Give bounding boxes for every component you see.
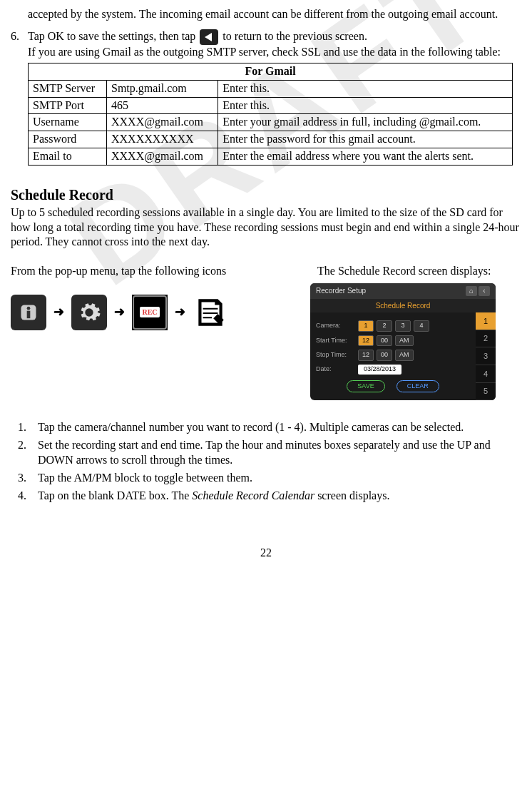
step-number: 4. [18,489,38,504]
step-text: Set the recording start and end time. Ta… [38,438,521,468]
page-number: 22 [11,546,521,561]
date-label: Date: [316,365,355,374]
section-body: Up to 5 scheduled recording sessions ava… [11,205,521,250]
session-slot: 3 [476,347,496,365]
step-text: Tap the camera/channel number you want t… [38,420,521,435]
camera-option: 2 [377,320,392,332]
step6-text-2: If you are using Gmail as the outgoing S… [28,45,521,60]
arrow-icon: ➜ [175,304,185,320]
rec-icon: REC [132,295,168,330]
step6-text-a: Tap OK to save the settings, then tap [28,30,198,42]
camera-option: 1 [358,320,374,332]
svg-point-1 [27,307,31,310]
back-icon [200,29,218,45]
home-icon: ⌂ [466,286,477,296]
start-time-label: Start Time: [316,337,355,345]
edit-note-icon [193,295,228,330]
step-number: 1. [18,420,38,435]
session-slot: 2 [476,330,496,348]
section-heading-schedule-record: Schedule Record [11,185,521,204]
right-caption: The Schedule Record screen displays: [317,264,521,279]
session-slot: 4 [476,365,496,383]
ui-title: Recorder Setup [316,286,366,295]
session-slot: 5 [476,383,496,401]
camera-option: 4 [414,320,429,332]
table-row: PasswordXXXXXXXXXXEnter the password for… [29,131,513,148]
arrow-icon: ➜ [53,304,64,320]
save-button: SAVE [347,380,384,393]
svg-rect-2 [27,311,31,319]
gear-icon [71,295,107,330]
step-number: 3. [18,471,38,486]
session-slot: 1 [476,312,496,330]
camera-option: 3 [395,320,411,332]
stop-time-label: Stop Time: [316,351,355,360]
ui-subtitle: Schedule Record [310,299,496,312]
schedule-record-screenshot: Recorder Setup ⌂‹ Schedule Record Camera… [310,283,496,400]
date-value: 03/28/2013 [358,365,401,375]
table-row: UsernameXXXX@gmail.comEnter your gmail a… [29,114,513,131]
step-number: 2. [18,438,38,468]
table-row: SMTP Port465Enter this. [29,97,513,114]
arrow-icon: ➜ [114,304,125,320]
step-text: Tap on the blank DATE box. The Schedule … [38,489,521,504]
left-caption: From the pop-up menu, tap the following … [11,264,317,279]
clear-button: CLEAR [397,380,439,393]
step6-text-b: to return to the previous screen. [222,30,367,42]
table-row: Email toXXXX@gmail.comEnter the email ad… [29,148,513,165]
info-icon [11,295,46,330]
back-mini-icon: ‹ [479,286,490,296]
table-row: SMTP ServerSmtp.gmail.comEnter this. [29,80,513,97]
step-number-6: 6. [11,29,28,60]
step-text: Tap the AM/PM block to toggle between th… [38,471,521,486]
camera-label: Camera: [316,322,355,330]
gmail-settings-table: For Gmail SMTP ServerSmtp.gmail.comEnter… [28,63,513,166]
intro-fragment: accepted by the system. The incoming ema… [28,7,521,22]
table-header: For Gmail [29,63,513,80]
